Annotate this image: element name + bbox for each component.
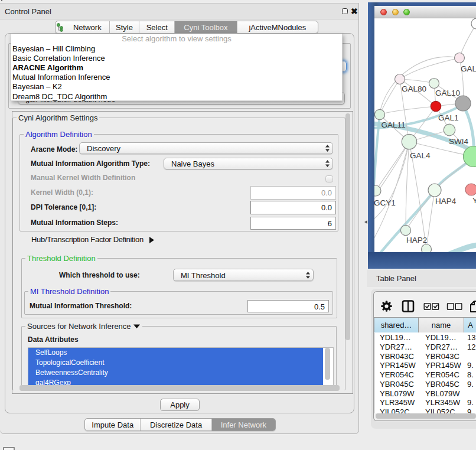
- svg-text:GAL1: GAL1: [438, 113, 459, 122]
- svg-text:GAL1: GAL1: [461, 64, 476, 73]
- svg-text:HAP4: HAP4: [435, 197, 457, 206]
- svg-text:GAL4: GAL4: [410, 151, 431, 160]
- svg-text:Y: Y: [472, 196, 476, 205]
- svg-text:GAL10: GAL10: [435, 89, 460, 97]
- svg-text:GAL80: GAL80: [402, 84, 426, 93]
- svg-text:SWI4: SWI4: [449, 137, 468, 146]
- svg-text:GCY1: GCY1: [374, 198, 396, 207]
- svg-text:HAP2: HAP2: [406, 236, 427, 244]
- svg-text:GAL11: GAL11: [382, 120, 406, 129]
